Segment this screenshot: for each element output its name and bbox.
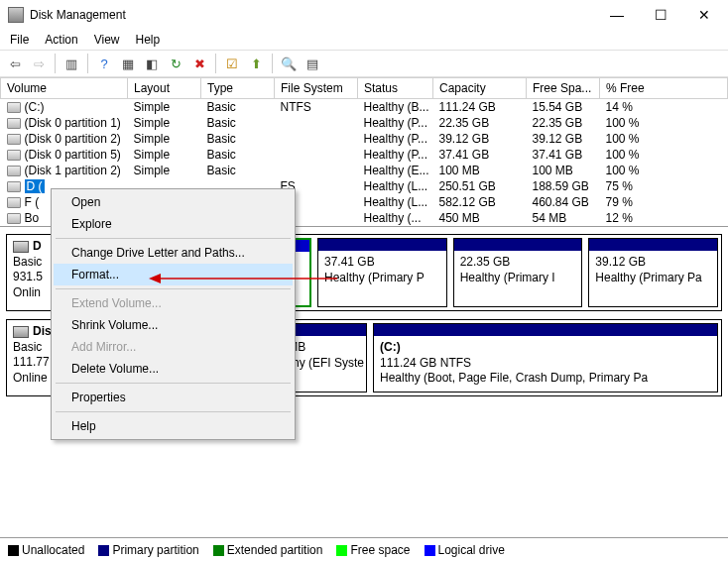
col-layout[interactable]: Layout [128, 78, 201, 99]
table-row[interactable]: (C:)SimpleBasicNTFSHealthy (B...111.24 G… [1, 99, 728, 116]
ctx-explore[interactable]: Explore [54, 213, 293, 235]
back-icon[interactable]: ⇦ [4, 53, 26, 74]
search-icon[interactable]: 🔍 [278, 53, 300, 74]
tool-icon-2[interactable]: ▦ [117, 53, 139, 74]
ctx-help[interactable]: Help [54, 415, 293, 437]
minimize-button[interactable]: — [595, 1, 639, 29]
col-fs[interactable]: File System [275, 78, 358, 99]
col-volume[interactable]: Volume [1, 78, 128, 99]
maximize-button[interactable]: ☐ [639, 1, 682, 29]
menu-help[interactable]: Help [130, 31, 167, 49]
table-row[interactable]: (Disk 0 partition 5)SimpleBasicHealthy (… [1, 147, 728, 163]
drive-icon [7, 213, 21, 224]
help-icon[interactable]: ? [93, 53, 115, 74]
swatch-freespace [336, 545, 347, 556]
col-status[interactable]: Status [358, 78, 433, 99]
tool-icon-1[interactable]: ▥ [61, 53, 82, 74]
menu-action[interactable]: Action [39, 31, 83, 49]
partition[interactable]: 39.12 GBHealthy (Primary Pa [588, 238, 718, 307]
ctx-delete[interactable]: Delete Volume... [54, 358, 293, 380]
forward-icon[interactable]: ⇨ [28, 53, 50, 74]
swatch-logical [425, 545, 435, 556]
check-icon[interactable]: ☑ [221, 53, 243, 74]
annotation-arrow [149, 273, 347, 284]
ctx-mirror[interactable]: Add Mirror... [54, 336, 293, 358]
tool-icon-5[interactable]: ▤ [302, 53, 323, 74]
col-free[interactable]: Free Spa... [527, 78, 600, 99]
drive-icon [7, 166, 21, 176]
table-row[interactable]: (Disk 0 partition 1)SimpleBasicHealthy (… [1, 115, 728, 131]
drive-icon [7, 134, 21, 145]
swatch-unallocated [8, 545, 19, 556]
col-pct[interactable]: % Free [600, 78, 728, 99]
svg-marker-1 [149, 274, 161, 283]
context-menu: Open Explore Change Drive Letter and Pat… [51, 188, 296, 440]
partition[interactable]: 22.35 GBHealthy (Primary I [453, 238, 583, 307]
table-header-row: Volume Layout Type File System Status Ca… [1, 78, 728, 99]
partition[interactable]: (C:)111.24 GB NTFSHealthy (Boot, Page Fi… [373, 323, 718, 393]
toolbar: ⇦ ⇨ ▥ ? ▦ ◧ ↻ ✖ ☑ ⬆ 🔍 ▤ [0, 50, 728, 77]
table-row[interactable]: (Disk 1 partition 2)SimpleBasicHealthy (… [1, 163, 728, 178]
ctx-properties[interactable]: Properties [54, 387, 293, 408]
close-button[interactable]: ✕ [682, 1, 726, 29]
delete-icon[interactable]: ✖ [188, 53, 210, 74]
app-icon [8, 7, 24, 23]
menubar: File Action View Help [0, 30, 728, 50]
swatch-primary [98, 545, 109, 556]
tool-icon-4[interactable]: ⬆ [245, 53, 267, 74]
col-capacity[interactable]: Capacity [433, 78, 527, 99]
table-row[interactable]: (Disk 0 partition 2)SimpleBasicHealthy (… [1, 131, 728, 147]
ctx-change-letter[interactable]: Change Drive Letter and Paths... [54, 242, 293, 264]
drive-icon [7, 102, 21, 113]
swatch-extended [213, 545, 224, 556]
drive-icon [7, 197, 21, 208]
legend: Unallocated Primary partition Extended p… [0, 537, 728, 561]
tool-icon-3[interactable]: ◧ [141, 53, 163, 74]
drive-icon [7, 150, 21, 161]
menu-file[interactable]: File [4, 31, 35, 49]
drive-icon [7, 118, 21, 129]
menu-view[interactable]: View [88, 31, 126, 49]
ctx-open[interactable]: Open [54, 191, 293, 213]
col-type[interactable]: Type [201, 78, 275, 99]
drive-icon [7, 181, 21, 192]
ctx-shrink[interactable]: Shrink Volume... [54, 314, 293, 336]
disk-icon [13, 326, 29, 338]
refresh-icon[interactable]: ↻ [165, 53, 186, 74]
window-title: Disk Management [30, 8, 595, 22]
titlebar: Disk Management — ☐ ✕ [0, 0, 728, 30]
disk-icon [13, 241, 29, 253]
ctx-extend[interactable]: Extend Volume... [54, 292, 293, 314]
